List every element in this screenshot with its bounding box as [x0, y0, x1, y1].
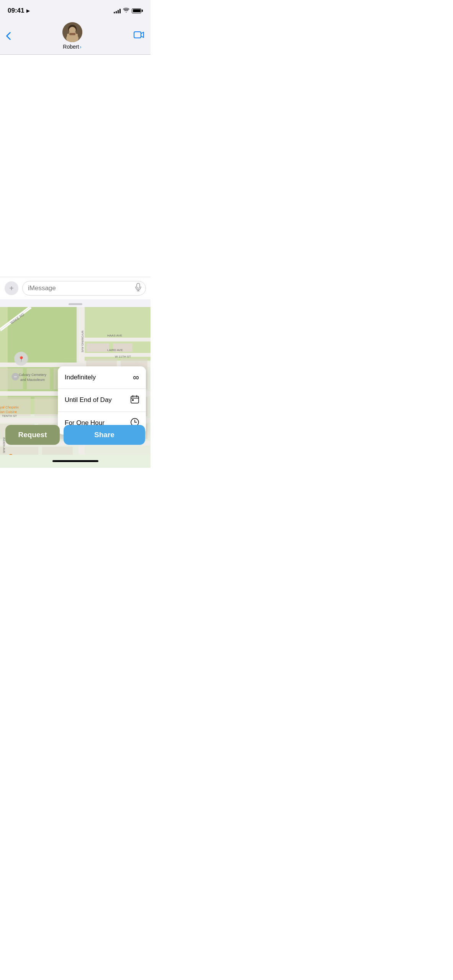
svg-rect-8 — [75, 34, 78, 38]
svg-rect-6 — [69, 33, 75, 35]
svg-text:WYOMING AVE: WYOMING AVE — [81, 330, 84, 352]
request-button-label: Request — [18, 431, 47, 439]
action-buttons-row: Request Share — [0, 425, 150, 445]
add-attachment-button[interactable]: + — [5, 281, 18, 295]
share-button-label: Share — [94, 431, 114, 439]
svg-text:yal Chopstix: yal Chopstix — [0, 405, 19, 409]
message-input-wrapper[interactable] — [22, 281, 146, 296]
indefinitely-icon: ∞ — [133, 372, 139, 382]
until-end-of-day-label: Until End of Day — [65, 396, 112, 404]
wifi-icon — [123, 8, 129, 14]
input-bar: + — [0, 277, 150, 299]
svg-text:HAAS AVE: HAAS AVE — [107, 334, 122, 337]
map-area: WAKE RD WYOMING AVE HAAS AVE LAIRD AVE W… — [0, 307, 150, 468]
time-label: 09:41 — [8, 7, 24, 15]
svg-rect-7 — [67, 34, 69, 38]
nav-header: Robert › — [0, 19, 150, 54]
svg-rect-74 — [132, 399, 134, 401]
sheet-drag-handle — [69, 303, 82, 305]
status-icons — [114, 8, 143, 14]
svg-text:📍: 📍 — [18, 356, 25, 363]
svg-rect-10 — [137, 283, 140, 288]
svg-text:⚰: ⚰ — [14, 375, 17, 379]
avatar — [62, 22, 82, 42]
home-bar — [52, 460, 98, 462]
svg-rect-9 — [134, 32, 141, 38]
svg-text:LAIRD AVE: LAIRD AVE — [107, 348, 123, 352]
calendar-icon — [131, 395, 139, 405]
contact-chevron-icon: › — [80, 44, 81, 50]
status-bar: 09:41 ▶ — [0, 0, 150, 19]
status-time: 09:41 ▶ — [8, 7, 29, 15]
indefinitely-option[interactable]: Indefinitely ∞ — [58, 366, 146, 389]
indefinitely-label: Indefinitely — [65, 374, 96, 381]
svg-text:TENTH ST: TENTH ST — [2, 414, 17, 418]
svg-text:Calvary Cemetery: Calvary Cemetery — [19, 373, 47, 377]
share-button[interactable]: Share — [64, 425, 145, 445]
battery-icon — [132, 8, 143, 13]
signal-bars-icon — [114, 8, 121, 13]
contact-name-row: Robert › — [63, 44, 81, 50]
messages-area — [0, 55, 150, 277]
svg-text:ian Cuisine: ian Cuisine — [0, 410, 17, 414]
sheet-drag-handle-area — [0, 299, 150, 307]
contact-name-label: Robert — [63, 44, 79, 50]
svg-rect-25 — [84, 338, 150, 341]
home-indicator — [0, 455, 150, 468]
location-duration-popup: Indefinitely ∞ Until End of Day For One … — [58, 366, 146, 434]
svg-text:W 11TH ST: W 11TH ST — [115, 355, 131, 358]
microphone-icon[interactable] — [135, 283, 141, 293]
message-input[interactable] — [22, 281, 146, 296]
until-end-of-day-option[interactable]: Until End of Day — [58, 389, 146, 412]
svg-rect-39 — [34, 397, 57, 416]
svg-rect-27 — [86, 343, 109, 352]
location-arrow-icon: ▶ — [26, 8, 29, 13]
back-button[interactable] — [6, 32, 11, 40]
video-call-button[interactable] — [134, 31, 144, 41]
request-button[interactable]: Request — [5, 425, 60, 445]
plus-icon: + — [9, 284, 14, 292]
svg-text:and Mausoleum: and Mausoleum — [20, 378, 45, 382]
contact-info[interactable]: Robert › — [62, 22, 82, 50]
svg-rect-35 — [0, 368, 23, 389]
